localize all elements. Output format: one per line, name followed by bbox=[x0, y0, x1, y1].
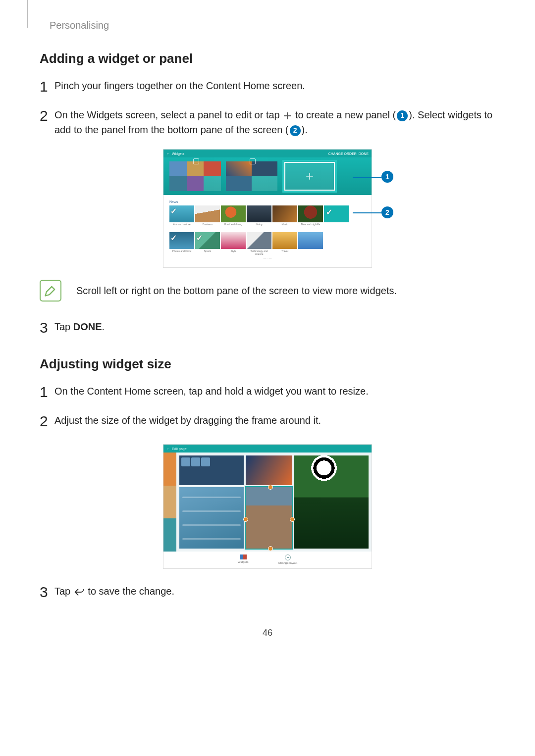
fig2-widget-resizing bbox=[246, 487, 292, 549]
fig1-widgets-area: News Arts and culture Business Food and … bbox=[163, 195, 372, 267]
fig2-footer: Widgets Change layout bbox=[163, 552, 372, 568]
fig1-widget-thumb bbox=[221, 232, 246, 249]
step-text: Tap DONE. bbox=[54, 316, 105, 334]
step-1-2: 2 On the Widgets screen, select a panel … bbox=[40, 104, 495, 137]
fig2-widget-a bbox=[179, 455, 244, 485]
fig2-header: ← Edit page bbox=[163, 445, 372, 453]
fig2-device: ← Edit page Widgets Change layout bbox=[163, 444, 372, 569]
note-icon bbox=[40, 280, 61, 302]
fig1-widget-thumb bbox=[221, 205, 246, 222]
breadcrumb: Personalising bbox=[50, 20, 495, 31]
fig1-device: ← Widgets CHANGE ORDER DONE News bbox=[163, 149, 372, 268]
fig2-body bbox=[163, 453, 372, 552]
figure-edit-page: ← Edit page Widgets Change layout bbox=[40, 444, 495, 569]
fig1-widget-thumb bbox=[298, 232, 323, 249]
fig1-done: DONE bbox=[359, 152, 369, 155]
plus-icon bbox=[283, 112, 291, 120]
note-text: Scroll left or right on the bottom pane … bbox=[76, 283, 397, 298]
note-box: Scroll left or right on the bottom pane … bbox=[40, 280, 495, 302]
fig1-panel-thumb bbox=[226, 161, 277, 191]
step-number: 2 bbox=[40, 104, 54, 127]
fig1-header: ← Widgets CHANGE ORDER DONE bbox=[163, 150, 372, 157]
fig1-change-order: CHANGE ORDER bbox=[328, 152, 357, 155]
callout-badge-2: 2 bbox=[381, 206, 393, 218]
fig1-widget-thumb bbox=[195, 232, 220, 249]
step-text: Adjust the size of the widget by draggin… bbox=[54, 410, 321, 428]
section-title-adjusting: Adjusting widget size bbox=[40, 356, 495, 372]
fig1-widget-thumb bbox=[272, 205, 297, 222]
fig1-add-panel bbox=[282, 160, 337, 193]
step-number: 3 bbox=[40, 581, 54, 603]
fig1-widget-thumb bbox=[169, 232, 194, 249]
fig2-widget-d bbox=[179, 487, 244, 549]
step-1-3: 3 Tap DONE. bbox=[40, 316, 495, 339]
fig2-main bbox=[176, 453, 372, 552]
step-text: On the Widgets screen, select a panel to… bbox=[54, 104, 495, 137]
figure-widgets-screen: ← Widgets CHANGE ORDER DONE News bbox=[40, 149, 495, 268]
step-number: 3 bbox=[40, 316, 54, 339]
fig1-widget-thumb bbox=[195, 205, 220, 222]
fig2-back-icon: ← bbox=[166, 447, 170, 451]
fig1-widget-thumb-selected bbox=[324, 205, 349, 222]
fig1-widget-thumb bbox=[247, 232, 271, 249]
section-title-adding: Adding a widget or panel bbox=[40, 51, 495, 66]
step-text: Tap to save the change. bbox=[54, 581, 174, 599]
step-number: 2 bbox=[40, 410, 54, 432]
callout-ref-1: 1 bbox=[397, 110, 408, 121]
plus-icon bbox=[305, 172, 314, 181]
widgets-icon bbox=[240, 554, 247, 559]
fig2-widget-c bbox=[294, 455, 369, 549]
fig1-widgets-title: News bbox=[169, 200, 366, 203]
fig1-widget-thumb bbox=[298, 205, 323, 222]
callout-line-2 bbox=[353, 212, 381, 213]
step-text: On the Content Home screen, tap and hold… bbox=[54, 381, 369, 399]
header-rule bbox=[27, 0, 28, 28]
fig2-title: Edit page bbox=[172, 447, 187, 451]
step-2-3: 3 Tap to save the change. bbox=[40, 581, 495, 603]
callout-badge-1: 1 bbox=[381, 171, 393, 183]
fig1-title: Widgets bbox=[172, 152, 184, 155]
step-2-1: 1 On the Content Home screen, tap and ho… bbox=[40, 381, 495, 403]
page-number: 46 bbox=[40, 628, 495, 638]
step-2-2: 2 Adjust the size of the widget by dragg… bbox=[40, 410, 495, 432]
callout-ref-2: 2 bbox=[290, 125, 301, 136]
step-number: 1 bbox=[40, 381, 54, 403]
step-number: 1 bbox=[40, 75, 54, 98]
fig1-panels-row bbox=[163, 157, 372, 195]
fig1-panel-thumb bbox=[169, 161, 221, 191]
callout-line-1 bbox=[353, 177, 381, 178]
fig2-widget-b bbox=[246, 455, 292, 485]
step-1-1: 1 Pinch your fingers together on the Con… bbox=[40, 75, 495, 98]
step-text: Pinch your fingers together on the Conte… bbox=[54, 75, 305, 93]
fig1-widget-thumb bbox=[272, 232, 297, 249]
fig1-widget-thumb bbox=[169, 205, 194, 222]
fig1-pager: — · — bbox=[169, 255, 366, 262]
fig1-back-icon: ← bbox=[166, 152, 170, 155]
fig2-side bbox=[163, 453, 176, 552]
change-layout-icon bbox=[285, 554, 291, 560]
fig1-widget-thumb bbox=[247, 205, 271, 222]
back-icon bbox=[74, 588, 84, 597]
